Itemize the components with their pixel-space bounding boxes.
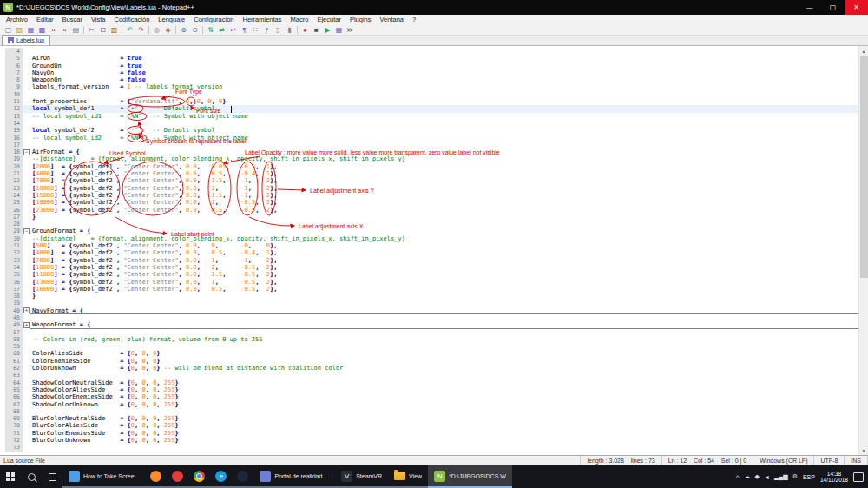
show-all-chars-icon[interactable]: ¶ [239, 24, 250, 35]
start-button[interactable] [0, 465, 21, 488]
code-line-19[interactable]: 19--[distance] = {format, alignment, col… [0, 155, 868, 162]
code-line-58[interactable]: 58-- Colors in (red, green, blue) format… [0, 336, 868, 343]
tab-labels-lua[interactable]: Labels.lua [2, 35, 50, 45]
maximize-button[interactable]: ▢ [821, 0, 845, 15]
menu-item-herramientas[interactable]: Herramientas [239, 16, 286, 23]
code-line-62[interactable]: 62ColorUnknown = {0, 0, 0} -- will be bl… [0, 365, 868, 372]
code-line-59[interactable]: 59 [0, 343, 868, 350]
code-line-37[interactable]: 37[16000] = {symbol_def2 , "Center Cente… [0, 286, 868, 293]
fold-minus-icon[interactable]: − [23, 148, 30, 155]
fold-plus-icon[interactable]: + [23, 321, 30, 328]
zoom-out-icon[interactable]: ⊖ [189, 24, 201, 35]
code-line-7[interactable]: 7NavyOn = false [0, 69, 868, 76]
code-line-9[interactable]: 9labels_format_version = 1 -- labels for… [0, 83, 868, 90]
code-line-26[interactable]: 26[23000] = {symbol_def2 , "Center Cente… [0, 207, 868, 214]
code-line-13[interactable]: 13-- local symbol_id1 = "%N" -- Symbol w… [0, 113, 868, 120]
code-line-25[interactable]: 25[18000] = {symbol_def2 , "Center Cente… [0, 199, 868, 206]
run-macro-multiple-icon[interactable]: ≫ [345, 24, 356, 35]
code-line-57[interactable]: 57 [0, 329, 868, 336]
zoom-in-icon[interactable]: ⊕ [178, 24, 189, 35]
record-macro-icon[interactable]: ● [299, 24, 311, 35]
code-line-66[interactable]: 66ShadowColorEnemiesSide = {0, 0, 0, 255… [0, 393, 868, 400]
code-line-23[interactable]: 23[10000] = {symbol_def2 , "Center Cente… [0, 185, 868, 192]
code-line-22[interactable]: 22[7000] = {symbol_def2 , "Center Center… [0, 177, 868, 184]
action-center-icon[interactable] [853, 472, 864, 482]
code-line-60[interactable]: 60ColorAliesSide = {0, 0, 0} [0, 350, 868, 357]
fold-plus-icon[interactable]: + [23, 307, 30, 314]
code-line-27[interactable]: 27} [0, 214, 868, 221]
menu-item-configuracion[interactable]: Configuración [189, 16, 238, 23]
code-line-15[interactable]: 15local symbol_def2 = "·" -- Default sym… [0, 127, 868, 134]
menu-item-ayuda[interactable]: ? [408, 16, 420, 23]
save-macro-icon[interactable]: ▦ [333, 24, 345, 35]
menu-item-buscar[interactable]: Buscar [58, 16, 87, 23]
code-line-31[interactable]: 31[500] = {symbol_def2 , "Center Center"… [0, 242, 868, 249]
menu-item-vista[interactable]: Vista [87, 16, 110, 23]
play-macro-icon[interactable]: ▶ [322, 24, 333, 35]
code-line-29[interactable]: 29−GroundFormat = { [0, 228, 868, 234]
code-line-68[interactable]: 68 [0, 408, 868, 415]
code-line-36[interactable]: 36[13000] = {symbol_def2 , "Center Cente… [0, 279, 868, 286]
menu-item-ejecutar[interactable]: Ejecutar [312, 16, 345, 23]
taskbar-app-opera[interactable] [167, 465, 188, 488]
code-line-12[interactable]: 12local symbol_def1 = "•" -- Default sym… [0, 105, 868, 112]
code-line-61[interactable]: 61ColorEnemiesSide = {0, 0, 0} [0, 358, 868, 365]
undo-icon[interactable]: ↶ [124, 24, 135, 35]
menu-item-archivo[interactable]: Archivo [2, 16, 32, 23]
indent-guide-icon[interactable]: ∷ [250, 24, 261, 35]
code-line-39[interactable]: 39 [0, 300, 868, 307]
menu-item-lenguaje[interactable]: Lenguaje [154, 16, 189, 23]
vertical-scrollbar[interactable]: ▲ ▼ [858, 46, 868, 455]
code-line-11[interactable]: 11font_properties = {"Verdana.ttf", 9, 0… [0, 98, 868, 105]
code-line-20[interactable]: 20[2000] = {symbol_def1 , "Center Center… [0, 163, 868, 170]
redo-icon[interactable]: ↷ [135, 24, 147, 35]
code-line-38[interactable]: 38} [0, 293, 868, 300]
taskbar-app-edge[interactable]: e [210, 465, 232, 488]
paste-icon[interactable]: ▥ [108, 24, 120, 35]
code-line-10[interactable]: 10 [0, 91, 868, 98]
menu-item-editar[interactable]: Editar [32, 16, 58, 23]
menu-item-ventana[interactable]: Ventana [376, 16, 409, 23]
tray-expand-icon[interactable]: ^ [736, 473, 740, 481]
code-line-71[interactable]: 71BlurColorEnemiesSide = {0, 0, 0, 255} [0, 430, 868, 437]
minimize-button[interactable]: — [798, 0, 821, 15]
tray-shield-icon[interactable]: ◆ [755, 473, 760, 480]
code-line-14[interactable]: 14 [0, 120, 868, 127]
code-editor[interactable]: 45AirOn = true6GroundOn = true7NavyOn = … [0, 46, 868, 455]
close-button[interactable]: ✕ [845, 0, 868, 15]
save-file-icon[interactable]: ▦ [25, 24, 36, 35]
code-line-73[interactable]: 73 [0, 444, 868, 451]
tray-volume-icon[interactable]: ◄ [764, 474, 770, 480]
word-wrap-icon[interactable]: ↩ [227, 24, 239, 35]
scrollbar-up-icon[interactable]: ▲ [859, 46, 868, 56]
cut-icon[interactable]: ✂ [86, 24, 97, 35]
close-file-icon[interactable]: × [48, 24, 59, 35]
code-line-18[interactable]: 18−AirFormat = { [0, 148, 868, 155]
code-line-40[interactable]: 40+NavyFormat = { [0, 307, 868, 314]
code-line-63[interactable]: 63 [0, 372, 868, 379]
status-insert-mode[interactable]: INS [845, 456, 868, 465]
taskbar-app-mixed-reality-portal[interactable]: Portal de realidad ... [253, 465, 335, 488]
tray-cloud-icon[interactable]: ☁ [745, 473, 751, 480]
code-line-72[interactable]: 72BlurColorUnknown = {0, 0, 0, 255} [0, 437, 868, 444]
function-list-icon[interactable]: ƒ [261, 24, 273, 35]
save-all-icon[interactable]: ▩ [36, 24, 48, 35]
taskbar-app-chrome[interactable] [188, 465, 210, 488]
code-line-35[interactable]: 35[11000] = {symbol_def2 , "Center Cente… [0, 271, 868, 278]
code-line-67[interactable]: 67ShadowColorUnknown = {0, 0, 0, 255} [0, 401, 868, 408]
task-view-button[interactable] [42, 465, 62, 488]
code-line-17[interactable]: 17 [0, 142, 868, 148]
code-line-6[interactable]: 6GroundOn = true [0, 63, 868, 69]
taskbar-app-file-explorer-view[interactable]: View [388, 465, 428, 488]
code-line-48[interactable]: 48 [0, 314, 868, 321]
sync-horizontal-icon[interactable]: ⇄ [216, 24, 227, 35]
code-line-24[interactable]: 24[15000] = {symbol_def2 , "Center Cente… [0, 192, 868, 199]
new-file-icon[interactable]: ▢ [3, 24, 14, 35]
status-eol-format[interactable]: Windows (CR LF) [753, 456, 814, 465]
print-icon[interactable]: ▤ [70, 24, 82, 35]
menu-item-macro[interactable]: Macro [286, 16, 313, 23]
stop-macro-icon[interactable]: ■ [311, 24, 322, 35]
code-line-30[interactable]: 30--[distance] = {format, alignment, col… [0, 235, 868, 242]
replace-icon[interactable]: ◈ [162, 24, 174, 35]
open-file-icon[interactable]: ▨ [14, 24, 25, 35]
